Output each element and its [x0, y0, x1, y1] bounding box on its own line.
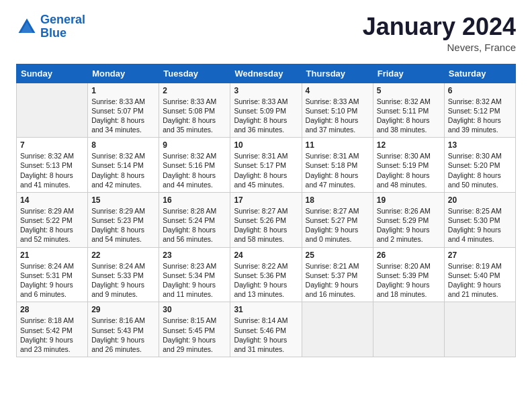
calendar-cell: 21Sunrise: 8:24 AMSunset: 5:31 PMDayligh…	[17, 247, 88, 302]
logo-line2: Blue	[40, 27, 85, 40]
cell-content: Sunrise: 8:29 AMSunset: 5:22 PMDaylight:…	[20, 206, 84, 244]
cell-content: Sunrise: 8:33 AMSunset: 5:08 PMDaylight:…	[163, 97, 226, 135]
day-number: 8	[91, 140, 155, 150]
header-cell-wednesday: Wednesday	[230, 64, 302, 83]
calendar-cell: 2Sunrise: 8:33 AMSunset: 5:08 PMDaylight…	[159, 83, 230, 138]
cell-content: Sunrise: 8:33 AMSunset: 5:10 PMDaylight:…	[306, 97, 369, 135]
day-number: 6	[448, 86, 512, 95]
cell-content: Sunrise: 8:30 AMSunset: 5:19 PMDaylight:…	[377, 151, 441, 189]
calendar-cell	[302, 302, 373, 357]
day-number: 20	[448, 195, 512, 205]
cell-content: Sunrise: 8:33 AMSunset: 5:09 PMDaylight:…	[234, 97, 298, 135]
cell-content: Sunrise: 8:23 AMSunset: 5:34 PMDaylight:…	[163, 261, 226, 300]
week-row-2: 7Sunrise: 8:32 AMSunset: 5:13 PMDaylight…	[17, 138, 516, 193]
day-number: 22	[91, 250, 155, 260]
page-container: General Blue January 2024 Nevers, France…	[0, 0, 532, 368]
day-number: 3	[234, 86, 298, 95]
calendar-cell: 10Sunrise: 8:31 AMSunset: 5:17 PMDayligh…	[230, 138, 302, 193]
calendar-cell: 24Sunrise: 8:22 AMSunset: 5:36 PMDayligh…	[230, 247, 302, 302]
logo-line1: General	[40, 13, 85, 26]
calendar-cell: 23Sunrise: 8:23 AMSunset: 5:34 PMDayligh…	[159, 247, 230, 302]
calendar-cell: 28Sunrise: 8:18 AMSunset: 5:42 PMDayligh…	[17, 302, 88, 357]
cell-content: Sunrise: 8:30 AMSunset: 5:20 PMDaylight:…	[448, 151, 512, 189]
day-number: 16	[163, 195, 226, 205]
week-row-4: 21Sunrise: 8:24 AMSunset: 5:31 PMDayligh…	[17, 247, 516, 302]
cell-content: Sunrise: 8:20 AMSunset: 5:39 PMDaylight:…	[377, 261, 441, 300]
calendar-cell: 30Sunrise: 8:15 AMSunset: 5:45 PMDayligh…	[159, 302, 230, 357]
day-number: 10	[234, 140, 298, 150]
cell-content: Sunrise: 8:16 AMSunset: 5:43 PMDaylight:…	[91, 316, 155, 354]
calendar-cell: 9Sunrise: 8:32 AMSunset: 5:16 PMDaylight…	[159, 138, 230, 193]
calendar-cell: 16Sunrise: 8:28 AMSunset: 5:24 PMDayligh…	[159, 192, 230, 247]
cell-content: Sunrise: 8:18 AMSunset: 5:42 PMDaylight:…	[20, 316, 84, 354]
day-number: 26	[377, 250, 441, 260]
calendar-cell: 15Sunrise: 8:29 AMSunset: 5:23 PMDayligh…	[88, 192, 159, 247]
header-cell-monday: Monday	[88, 64, 159, 83]
day-number: 21	[20, 250, 84, 260]
calendar-cell: 20Sunrise: 8:25 AMSunset: 5:30 PMDayligh…	[444, 192, 515, 247]
day-number: 5	[377, 86, 441, 95]
cell-content: Sunrise: 8:27 AMSunset: 5:26 PMDaylight:…	[234, 206, 298, 244]
cell-content: Sunrise: 8:32 AMSunset: 5:14 PMDaylight:…	[91, 151, 155, 189]
location: Nevers, France	[363, 42, 516, 53]
cell-content: Sunrise: 8:28 AMSunset: 5:24 PMDaylight:…	[163, 206, 226, 244]
header-cell-tuesday: Tuesday	[159, 64, 230, 83]
calendar-cell: 29Sunrise: 8:16 AMSunset: 5:43 PMDayligh…	[88, 302, 159, 357]
cell-content: Sunrise: 8:25 AMSunset: 5:30 PMDaylight:…	[448, 206, 512, 244]
cell-content: Sunrise: 8:33 AMSunset: 5:07 PMDaylight:…	[91, 97, 155, 135]
logo-icon	[16, 16, 38, 38]
header-cell-friday: Friday	[373, 64, 444, 83]
day-number: 30	[163, 305, 226, 314]
calendar-cell: 31Sunrise: 8:14 AMSunset: 5:46 PMDayligh…	[230, 302, 302, 357]
calendar-cell: 8Sunrise: 8:32 AMSunset: 5:14 PMDaylight…	[88, 138, 159, 193]
cell-content: Sunrise: 8:14 AMSunset: 5:46 PMDaylight:…	[234, 316, 298, 354]
day-number: 7	[20, 140, 84, 150]
title-block: January 2024 Nevers, France	[363, 13, 516, 53]
calendar-cell: 7Sunrise: 8:32 AMSunset: 5:13 PMDaylight…	[17, 138, 88, 193]
cell-content: Sunrise: 8:22 AMSunset: 5:36 PMDaylight:…	[234, 261, 298, 300]
header-cell-saturday: Saturday	[444, 64, 515, 83]
week-row-5: 28Sunrise: 8:18 AMSunset: 5:42 PMDayligh…	[17, 302, 516, 357]
calendar-cell: 5Sunrise: 8:32 AMSunset: 5:11 PMDaylight…	[373, 83, 444, 138]
calendar-cell: 6Sunrise: 8:32 AMSunset: 5:12 PMDaylight…	[444, 83, 515, 138]
calendar-cell: 4Sunrise: 8:33 AMSunset: 5:10 PMDaylight…	[302, 83, 373, 138]
cell-content: Sunrise: 8:32 AMSunset: 5:11 PMDaylight:…	[377, 97, 441, 135]
day-number: 31	[234, 305, 298, 314]
day-number: 17	[234, 195, 298, 205]
cell-content: Sunrise: 8:27 AMSunset: 5:27 PMDaylight:…	[306, 206, 369, 244]
logo: General Blue	[16, 13, 85, 40]
day-number: 13	[448, 140, 512, 150]
cell-content: Sunrise: 8:32 AMSunset: 5:12 PMDaylight:…	[448, 97, 512, 135]
calendar-cell: 19Sunrise: 8:26 AMSunset: 5:29 PMDayligh…	[373, 192, 444, 247]
day-number: 27	[448, 250, 512, 260]
calendar-cell: 12Sunrise: 8:30 AMSunset: 5:19 PMDayligh…	[373, 138, 444, 193]
calendar-cell: 26Sunrise: 8:20 AMSunset: 5:39 PMDayligh…	[373, 247, 444, 302]
day-number: 1	[91, 86, 155, 95]
cell-content: Sunrise: 8:15 AMSunset: 5:45 PMDaylight:…	[163, 316, 226, 354]
cell-content: Sunrise: 8:26 AMSunset: 5:29 PMDaylight:…	[377, 206, 441, 244]
calendar-cell: 1Sunrise: 8:33 AMSunset: 5:07 PMDaylight…	[88, 83, 159, 138]
calendar-cell	[17, 83, 88, 138]
calendar-table: SundayMondayTuesdayWednesdayThursdayFrid…	[16, 64, 516, 357]
header-row: SundayMondayTuesdayWednesdayThursdayFrid…	[17, 64, 516, 83]
cell-content: Sunrise: 8:29 AMSunset: 5:23 PMDaylight:…	[91, 206, 155, 244]
calendar-cell: 27Sunrise: 8:19 AMSunset: 5:40 PMDayligh…	[444, 247, 515, 302]
cell-content: Sunrise: 8:32 AMSunset: 5:13 PMDaylight:…	[20, 151, 84, 189]
cell-content: Sunrise: 8:31 AMSunset: 5:18 PMDaylight:…	[306, 151, 369, 189]
day-number: 25	[306, 250, 369, 260]
calendar-cell: 13Sunrise: 8:30 AMSunset: 5:20 PMDayligh…	[444, 138, 515, 193]
calendar-cell: 17Sunrise: 8:27 AMSunset: 5:26 PMDayligh…	[230, 192, 302, 247]
cell-content: Sunrise: 8:24 AMSunset: 5:31 PMDaylight:…	[20, 261, 84, 300]
header-cell-thursday: Thursday	[302, 64, 373, 83]
logo-text: General Blue	[40, 13, 85, 40]
cell-content: Sunrise: 8:24 AMSunset: 5:33 PMDaylight:…	[91, 261, 155, 300]
month-title: January 2024	[363, 13, 516, 40]
week-row-3: 14Sunrise: 8:29 AMSunset: 5:22 PMDayligh…	[17, 192, 516, 247]
day-number: 15	[91, 195, 155, 205]
cell-content: Sunrise: 8:21 AMSunset: 5:37 PMDaylight:…	[306, 261, 369, 300]
week-row-1: 1Sunrise: 8:33 AMSunset: 5:07 PMDaylight…	[17, 83, 516, 138]
day-number: 29	[91, 305, 155, 314]
day-number: 23	[163, 250, 226, 260]
header-cell-sunday: Sunday	[17, 64, 88, 83]
calendar-cell: 3Sunrise: 8:33 AMSunset: 5:09 PMDaylight…	[230, 83, 302, 138]
